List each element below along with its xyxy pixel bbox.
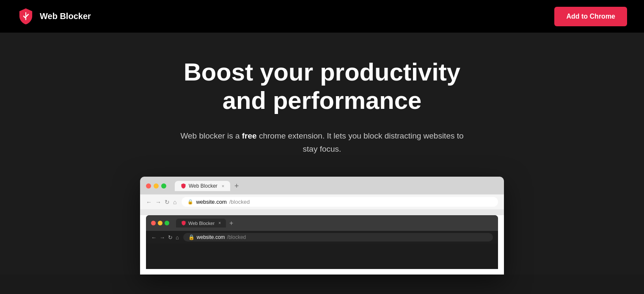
nav-buttons-inner: ← → ↻ ⌂	[151, 234, 179, 241]
hero-subtitle: Web blocker is a free chrome extension. …	[178, 130, 466, 155]
browser-content-outer: Web Blocker × + ← → ↻ ⌂	[140, 215, 504, 275]
url-bar-inner[interactable]: 🔒 website.com /blocked	[183, 233, 493, 241]
tab-new-inner[interactable]: +	[229, 219, 233, 227]
nav-reload-inner[interactable]: ↻	[168, 234, 173, 241]
tab-bar-inner: Web Blocker × +	[176, 219, 233, 227]
url-path-outer: /blocked	[229, 199, 250, 205]
hero-subtitle-after: chrome extension. It lets you block dist…	[257, 131, 464, 153]
nav-home-inner[interactable]: ⌂	[176, 234, 179, 241]
browser-mockup: Web Blocker × + ← → ↻ ⌂ 🔒 website.com	[140, 177, 504, 275]
address-bar-outer: ← → ↻ ⌂ 🔒 website.com /blocked	[140, 194, 504, 209]
nav-brand: Web Blocker	[17, 8, 91, 25]
tab-close-outer[interactable]: ×	[222, 183, 224, 189]
url-domain-outer: website.com	[196, 199, 226, 205]
browser-outer: Web Blocker × + ← → ↻ ⌂ 🔒 website.com	[140, 177, 504, 275]
browser-tab-outer[interactable]: Web Blocker ×	[175, 181, 230, 191]
browser-tab-inner[interactable]: Web Blocker ×	[176, 219, 226, 227]
tab-shield-icon-inner	[181, 220, 186, 226]
address-bar-inner: ← → ↻ ⌂ 🔒 website.com /blocked	[146, 231, 498, 244]
nav-buttons-outer: ← → ↻ ⌂	[146, 199, 176, 205]
url-lock-inner: 🔒	[188, 234, 195, 240]
browser-titlebar-inner: Web Blocker × +	[146, 215, 498, 231]
tab-label-inner: Web Blocker	[188, 221, 215, 226]
browser-page-content-inner	[146, 244, 498, 269]
nav-home-outer[interactable]: ⌂	[173, 199, 176, 205]
hero-title-line1: Boost your productivity	[184, 58, 460, 86]
traffic-light-yellow-outer	[154, 183, 159, 189]
add-to-chrome-button[interactable]: Add to Chrome	[554, 7, 627, 26]
hero-subtitle-bold: free	[242, 131, 257, 140]
brand-logo-icon	[17, 8, 35, 25]
hero-subtitle-before: Web blocker is a	[180, 131, 242, 140]
nav-forward-outer[interactable]: →	[155, 199, 161, 205]
url-domain-inner: website.com	[197, 234, 225, 240]
hero-title: Boost your productivity and performance	[184, 58, 460, 114]
traffic-light-red-inner	[151, 221, 156, 225]
hero-section: Boost your productivity and performance …	[0, 33, 644, 275]
traffic-light-green-outer	[161, 183, 166, 189]
url-lock-outer: 🔒	[187, 199, 193, 205]
nav-back-inner[interactable]: ←	[151, 234, 157, 241]
tab-shield-icon-outer	[181, 183, 186, 189]
brand-name: Web Blocker	[40, 11, 91, 21]
hero-title-line2: and performance	[223, 86, 422, 114]
traffic-lights-outer	[146, 183, 166, 189]
browser-titlebar-outer: Web Blocker × +	[140, 177, 504, 194]
tab-close-inner[interactable]: ×	[218, 221, 221, 225]
nav-back-outer[interactable]: ←	[146, 199, 152, 205]
browser-inner: Web Blocker × + ← → ↻ ⌂	[146, 215, 498, 269]
tab-new-outer[interactable]: +	[232, 181, 241, 191]
url-path-inner: /blocked	[227, 234, 246, 240]
navbar: Web Blocker Add to Chrome	[0, 0, 644, 33]
nav-reload-outer[interactable]: ↻	[165, 199, 170, 205]
traffic-light-green-inner	[165, 221, 169, 225]
traffic-lights-inner	[151, 221, 169, 225]
tab-label-outer: Web Blocker	[189, 183, 217, 189]
url-bar-outer[interactable]: 🔒 website.com /blocked	[182, 197, 498, 207]
traffic-light-red-outer	[146, 183, 151, 189]
tab-bar-outer: Web Blocker × +	[175, 181, 241, 191]
traffic-light-yellow-inner	[158, 221, 162, 225]
nav-forward-inner[interactable]: →	[160, 234, 165, 241]
